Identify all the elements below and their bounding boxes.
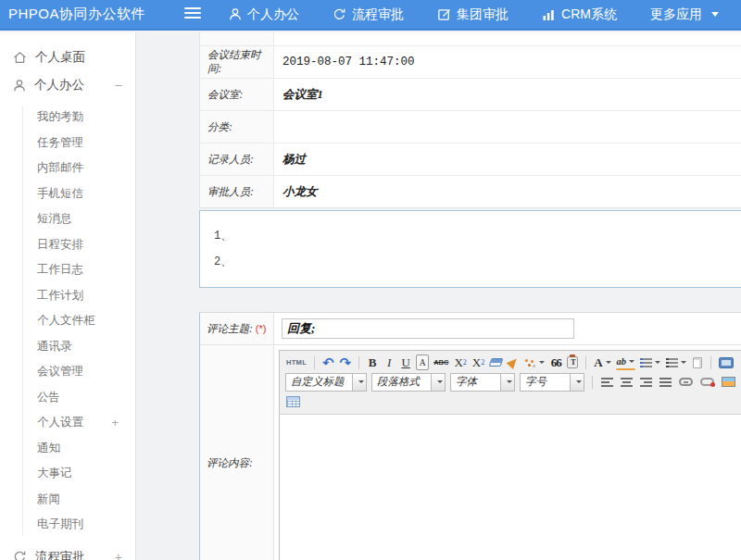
bold-icon[interactable]: B	[366, 355, 379, 370]
sidebar-item-news[interactable]: 新闻	[0, 487, 135, 513]
sidebar-item-short-message[interactable]: 短消息	[0, 206, 135, 232]
sidebar-item-workflow-approval[interactable]: 流程审批 +	[0, 543, 135, 560]
sidebar-item-work-plan[interactable]: 工作计划	[0, 283, 135, 309]
table-icon	[286, 396, 300, 407]
sidebar-item-internal-mail[interactable]: 内部邮件	[0, 156, 135, 181]
subscript-icon[interactable]: X2	[471, 355, 485, 370]
sidebar-item-schedule[interactable]: 日程安排	[0, 232, 135, 258]
sidebar-item-personal-settings[interactable]: 个人设置+	[0, 410, 135, 436]
new-document-icon[interactable]	[691, 355, 704, 370]
unordered-list-icon	[666, 358, 678, 367]
page: { "colors": { "header_blue": "#4a90e2", …	[0, 0, 741, 560]
chevron-down-icon	[507, 380, 512, 383]
expand-icon[interactable]: +	[115, 551, 122, 560]
redo-icon[interactable]: ↷	[339, 355, 353, 370]
person-icon	[229, 7, 242, 21]
process-cycle-icon	[13, 550, 27, 560]
field-label: 记录人员:	[207, 153, 254, 167]
sidebar-item-label: 个人办公	[34, 77, 84, 93]
table-row-approver: 审批人员:小龙女	[200, 175, 741, 207]
sidebar-item-meeting-management[interactable]: 会议管理	[0, 359, 135, 385]
comment-subject-row: 评论主题: (*)	[200, 313, 741, 345]
nav-item-personal-office[interactable]: 个人办公	[229, 6, 299, 23]
blockquote-icon[interactable]: 66	[549, 355, 562, 370]
paragraph-select[interactable]: 段落格式	[371, 373, 446, 392]
image-icon[interactable]	[721, 374, 736, 390]
unlink-icon[interactable]	[699, 374, 715, 390]
sidebar-item-desktop[interactable]: 个人桌面	[0, 44, 135, 71]
sidebar-item-memorabilia[interactable]: 大事记	[0, 461, 135, 487]
undo-icon[interactable]: ↶	[321, 355, 335, 370]
chevron-down-icon[interactable]	[352, 374, 366, 391]
sidebar-item-label: 通知	[37, 441, 60, 456]
superscript-icon[interactable]: X2	[453, 355, 467, 370]
row-value-cell: 2019-08-07 11:47:00	[274, 46, 741, 78]
sidebar-item-notice[interactable]: 通知	[0, 436, 135, 462]
sidebar-item-attendance[interactable]: 我的考勤	[0, 105, 135, 131]
chevron-down-icon[interactable]	[570, 374, 584, 391]
sidebar-item-e-journal[interactable]: 电子期刊	[0, 512, 135, 538]
sidebar-item-personal-office[interactable]: 个人办公 −	[0, 71, 135, 99]
sidebar-item-label: 工作日志	[37, 262, 83, 278]
sidebar-item-file-cabinet[interactable]: 个人文件柜	[0, 308, 135, 334]
table-row-category: 分类:	[200, 110, 741, 143]
font-family-select[interactable]: 字体	[450, 373, 515, 392]
row-label-cell: 会议室:	[200, 79, 274, 110]
chevron-down-icon	[655, 361, 660, 364]
sidebar-item-contacts[interactable]: 通讯录	[0, 334, 135, 360]
font-size-select[interactable]: 字号	[520, 373, 584, 392]
row-label-cell: 记录人员:	[200, 143, 274, 175]
unordered-list-icon[interactable]	[665, 355, 687, 370]
sidebar-item-announcement[interactable]: 公告	[0, 385, 135, 411]
table-row-meeting-room: 会议室:会议室1	[200, 78, 741, 110]
font-name-icon[interactable]: A	[416, 355, 429, 370]
chevron-down-icon[interactable]	[431, 374, 445, 391]
align-center-icon[interactable]	[620, 374, 634, 390]
font-color-icon[interactable]: A	[593, 355, 611, 370]
ordered-list-icon[interactable]	[639, 355, 661, 370]
select-value: 字号	[521, 375, 570, 389]
comment-subject-input[interactable]	[282, 318, 574, 339]
nav-item-workflow-approval[interactable]: 流程审批	[333, 6, 404, 23]
color-dropper-icon[interactable]	[523, 355, 546, 370]
italic-icon[interactable]: I	[383, 355, 396, 370]
bar-chart-icon	[542, 8, 556, 21]
highlight-color-icon[interactable]: ab	[616, 355, 636, 370]
heading-select[interactable]: 自定义标题	[285, 373, 367, 392]
expand-icon[interactable]: +	[111, 417, 119, 429]
align-justify-icon[interactable]	[659, 374, 672, 390]
collapse-icon[interactable]: −	[115, 79, 122, 92]
nav-item-group-approval[interactable]: 集团审批	[437, 6, 509, 23]
nav-item-more-apps[interactable]: 更多应用	[650, 6, 719, 23]
remove-format-icon[interactable]	[489, 355, 503, 370]
editor-content-area[interactable]	[280, 415, 741, 560]
toolbar-separator	[358, 356, 359, 369]
link-icon	[679, 378, 693, 386]
fullscreen-icon[interactable]	[718, 355, 735, 370]
chevron-down-icon[interactable]	[500, 374, 514, 391]
nav-item-crm-system[interactable]: CRM系统	[542, 6, 617, 23]
hamburger-icon	[184, 6, 201, 23]
strikethrough-icon[interactable]: ABC	[433, 355, 449, 370]
unlink-icon	[700, 378, 714, 386]
sidebar-item-label: 日程安排	[37, 237, 83, 253]
sidebar-item-label: 个人设置	[37, 415, 83, 430]
editor-toolbar-row2: 自定义标题段落格式字体字号	[283, 372, 741, 392]
link-icon[interactable]	[678, 374, 694, 390]
sidebar-item-label: 流程审批	[35, 549, 85, 560]
sidebar-item-work-log[interactable]: 工作日志	[0, 257, 135, 283]
align-right-icon[interactable]	[639, 374, 653, 390]
sidebar-item-label: 任务管理	[37, 135, 83, 151]
table-icon[interactable]	[285, 393, 301, 409]
comment-content-label-cell: 评论内容:	[200, 345, 274, 560]
align-left-icon[interactable]	[600, 374, 614, 390]
menu-toggle-button[interactable]	[184, 6, 201, 23]
view-source-button[interactable]: HTML	[285, 355, 308, 370]
chevron-down-icon	[629, 360, 634, 363]
sidebar-item-task-management[interactable]: 任务管理	[0, 131, 135, 156]
sidebar-item-mobile-sms[interactable]: 手机短信	[0, 181, 135, 207]
paste-text-icon[interactable]	[566, 355, 579, 370]
underline-icon[interactable]: U	[399, 355, 412, 370]
field-label: 分类:	[207, 120, 232, 134]
format-brush-icon[interactable]	[507, 355, 520, 370]
